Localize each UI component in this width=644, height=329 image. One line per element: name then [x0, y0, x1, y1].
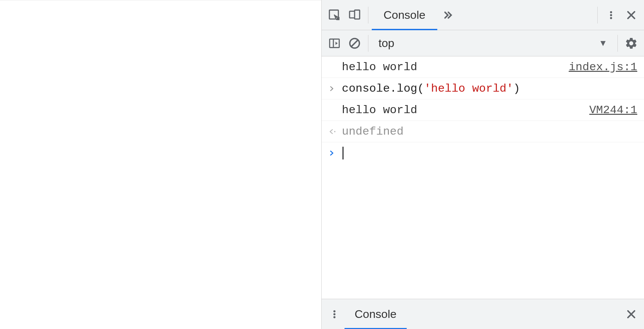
- drawer-tab-console[interactable]: Console: [345, 299, 407, 329]
- drawer-tab-label: Console: [355, 308, 397, 321]
- log-entry: hello world index.js:1: [322, 56, 644, 78]
- svg-point-11: [333, 310, 335, 312]
- svg-rect-2: [355, 10, 360, 19]
- devtools-tabbar: Console: [322, 0, 644, 30]
- filterbar-divider: [368, 35, 368, 52]
- close-devtools-icon[interactable]: [621, 5, 641, 25]
- log-return-entry: undefined: [322, 121, 644, 142]
- kebab-menu-icon[interactable]: [601, 5, 621, 25]
- drawer-kebab-menu-icon[interactable]: [324, 304, 345, 324]
- code-string: 'hello world': [424, 82, 513, 95]
- input-gutter-icon: [328, 85, 342, 92]
- devtools-panel: Console: [321, 0, 644, 329]
- chevron-down-icon: ▼: [599, 38, 607, 48]
- console-settings-icon[interactable]: [621, 33, 641, 53]
- log-input-entry: console.log('hello world'): [322, 78, 644, 99]
- console-filterbar: top ▼: [322, 30, 644, 56]
- toggle-sidebar-icon[interactable]: [324, 33, 345, 53]
- svg-rect-6: [330, 39, 339, 47]
- more-tabs-icon[interactable]: [437, 5, 457, 25]
- clear-console-icon[interactable]: [345, 33, 365, 53]
- toggle-device-toolbar-icon[interactable]: [345, 5, 365, 25]
- devtools-drawer: Console: [322, 299, 644, 329]
- tab-console-label: Console: [384, 8, 426, 21]
- log-message: hello world: [342, 104, 589, 116]
- log-entry: hello world VM244:1: [322, 99, 644, 121]
- close-drawer-icon[interactable]: [621, 304, 641, 324]
- log-source-link[interactable]: index.js:1: [569, 61, 637, 74]
- prompt-gutter-icon: [328, 150, 342, 156]
- svg-line-9: [352, 40, 358, 46]
- context-selector[interactable]: top ▼: [372, 34, 614, 52]
- text-cursor: [343, 147, 344, 159]
- svg-point-4: [610, 14, 612, 16]
- tabbar-divider: [368, 7, 368, 23]
- page-content: [0, 0, 321, 329]
- filterbar-divider-right: [617, 35, 618, 52]
- svg-point-13: [333, 316, 335, 318]
- log-return-value: undefined: [342, 125, 637, 138]
- svg-point-12: [333, 313, 335, 315]
- context-selector-value: top: [378, 37, 394, 50]
- tabbar-divider-right: [597, 7, 598, 23]
- svg-point-5: [610, 17, 612, 19]
- log-message: hello world: [342, 61, 569, 74]
- log-source-link[interactable]: VM244:1: [589, 104, 637, 116]
- console-log-area[interactable]: hello world index.js:1 console.log('hell…: [322, 56, 644, 299]
- log-input-code: console.log('hello world'): [342, 82, 637, 95]
- console-input[interactable]: [342, 147, 637, 159]
- console-prompt[interactable]: [322, 142, 644, 164]
- return-gutter-icon: [328, 128, 342, 135]
- svg-point-3: [610, 11, 612, 13]
- code-method: console.log(: [342, 82, 424, 95]
- code-suffix: ): [513, 82, 520, 95]
- inspect-element-icon[interactable]: [324, 5, 345, 25]
- tab-console[interactable]: Console: [372, 0, 437, 30]
- svg-point-10: [334, 131, 335, 132]
